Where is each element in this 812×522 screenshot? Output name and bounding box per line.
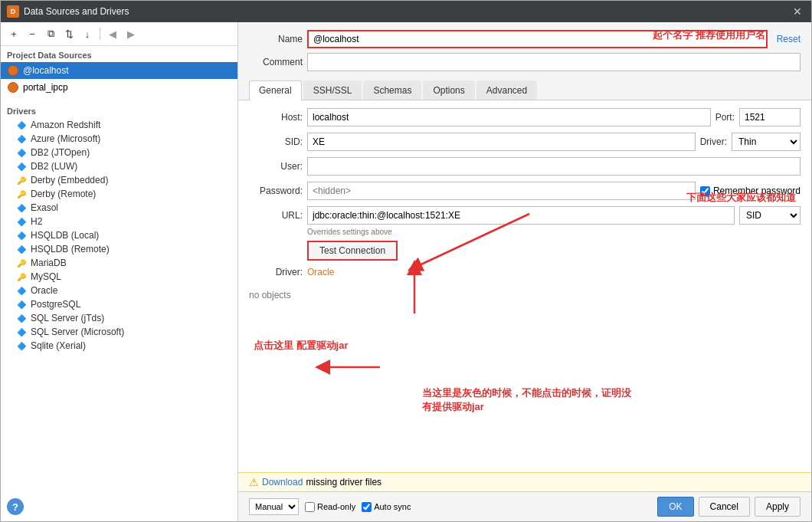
db-driver-icon: 🔷	[16, 161, 27, 172]
driver-derby-remote[interactable]: 🔑 Derby (Remote)	[1, 187, 237, 201]
remove-button[interactable]: −	[24, 25, 41, 42]
apply-button[interactable]: Apply	[755, 497, 801, 517]
datasource-item-localhost[interactable]: @localhost	[1, 62, 237, 79]
sid-label: SID:	[249, 136, 303, 147]
cancel-button[interactable]: Cancel	[699, 497, 750, 517]
url-type-select[interactable]: SID Service Name TNS	[739, 206, 801, 225]
add-button[interactable]: +	[5, 25, 22, 42]
port-group: Port:	[715, 108, 801, 126]
port-label: Port:	[715, 112, 735, 123]
tab-general[interactable]: General	[249, 80, 302, 100]
help-button[interactable]: ?	[7, 498, 24, 515]
oracle-icon	[7, 64, 19, 77]
password-input[interactable]	[307, 182, 696, 200]
driver-row: Driver: Oracle	[249, 267, 801, 277]
overrides-label: Overrides settings above	[307, 228, 801, 236]
back-button[interactable]: ◀	[104, 25, 121, 42]
port-input[interactable]	[739, 108, 801, 126]
oracle-driver-link[interactable]: Oracle	[307, 267, 334, 277]
driver-mysql[interactable]: 🔑 MySQL	[1, 270, 237, 284]
driver-oracle[interactable]: 🔷 Oracle	[1, 284, 237, 297]
tab-options[interactable]: Options	[423, 80, 474, 100]
drivers-header: Drivers	[1, 102, 237, 118]
reset-link[interactable]: Reset	[777, 34, 801, 44]
datasource-item-portal[interactable]: portal_ipcp	[1, 79, 237, 96]
comment-row: Comment	[249, 53, 801, 71]
readonly-checkbox[interactable]	[305, 502, 315, 512]
driver-azure[interactable]: 🔷 Azure (Microsoft)	[1, 132, 237, 146]
title-bar: D Data Sources and Drivers ✕	[1, 1, 811, 22]
user-label: User:	[249, 161, 303, 172]
host-row: Host: Port:	[249, 108, 801, 126]
autosync-label: Auto sync	[374, 502, 411, 511]
driver-mariadb[interactable]: 🔑 MariaDB	[1, 256, 237, 270]
download-bar: ⚠ Download missing driver files	[238, 472, 811, 491]
user-input[interactable]	[307, 157, 801, 176]
sid-row: SID: Driver: Thin OCI	[249, 133, 801, 151]
db-driver-icon: 🔷	[16, 285, 27, 296]
db-driver-icon: 🔷	[16, 327, 27, 337]
project-datasources-header: Project Data Sources	[1, 46, 237, 62]
import-button[interactable]: ↓	[79, 25, 96, 42]
driver-sqlite[interactable]: 🔷 Sqlite (Xerial)	[1, 339, 237, 353]
comment-input[interactable]	[307, 53, 801, 71]
forward-button[interactable]: ▶	[123, 25, 139, 42]
url-input[interactable]	[307, 206, 735, 225]
sid-input[interactable]	[307, 133, 696, 151]
driver-select[interactable]: Thin OCI	[732, 133, 801, 151]
name-label: Name	[249, 34, 303, 44]
toolbar-separator	[100, 28, 100, 40]
autosync-checkbox[interactable]	[362, 502, 372, 512]
password-row: Password: Remember password	[249, 182, 801, 200]
datasource-name: @localhost	[23, 65, 69, 76]
tab-advanced[interactable]: Advanced	[476, 80, 537, 100]
tx-select[interactable]: Manual Auto	[249, 498, 299, 515]
right-panel: Name Reset Comment General SSH/SSL Schem…	[238, 22, 811, 521]
ok-button[interactable]: OK	[657, 497, 693, 517]
driver-amazon-redshift[interactable]: 🔷 Amazon Redshift	[1, 118, 237, 132]
driver-sqlserver-jtds[interactable]: 🔷 SQL Server (jTds)	[1, 311, 237, 325]
left-toolbar: + − ⧉ ⇅ ↓ ◀ ▶	[1, 22, 237, 46]
driver-postgresql[interactable]: 🔷 PostgreSQL	[1, 297, 237, 311]
test-connection-button[interactable]: Test Connection	[307, 241, 398, 261]
driver-db2-luw[interactable]: 🔷 DB2 (LUW)	[1, 159, 237, 173]
name-row: Name Reset	[249, 30, 801, 48]
no-objects-text: no objects	[249, 290, 801, 300]
password-label: Password:	[249, 185, 303, 196]
close-button[interactable]: ✕	[790, 5, 805, 18]
db-driver-icon: 🔷	[16, 340, 27, 351]
driver-h2[interactable]: 🔷 H2	[1, 215, 237, 228]
driver-exasol[interactable]: 🔷 Exasol	[1, 201, 237, 215]
tabs-bar: General SSH/SSL Schemas Options Advanced	[238, 80, 811, 100]
db-driver-icon: 🔷	[16, 147, 27, 158]
driver-label: Driver:	[700, 136, 727, 147]
app-icon: D	[7, 5, 19, 18]
tab-content-general: Host: Port: SID: Driver: Thin	[238, 100, 811, 472]
db-driver-icon: 🔑	[16, 271, 27, 282]
url-label: URL:	[249, 210, 303, 221]
download-link[interactable]: Download	[262, 477, 303, 488]
footer-right: OK Cancel Apply	[657, 497, 801, 517]
main-content: + − ⧉ ⇅ ↓ ◀ ▶ Project Data Sources @loca…	[1, 22, 811, 521]
oracle-icon-2	[7, 81, 19, 94]
driver-db2-jtopen[interactable]: 🔷 DB2 (JTOpen)	[1, 146, 237, 159]
help-area: ?	[1, 492, 237, 521]
tab-sshssl[interactable]: SSH/SSL	[303, 80, 362, 100]
copy-button[interactable]: ⧉	[42, 25, 59, 42]
driver-sqlserver-ms[interactable]: 🔷 SQL Server (Microsoft)	[1, 325, 237, 339]
footer: Manual Auto Read-only Auto sync OK	[238, 491, 811, 521]
host-input[interactable]	[307, 108, 711, 126]
driver-hsqldb-remote[interactable]: 🔷 HSQLDB (Remote)	[1, 242, 237, 256]
download-text: missing driver files	[306, 477, 381, 488]
move-button[interactable]: ⇅	[61, 25, 77, 42]
name-input[interactable]	[307, 30, 768, 48]
remember-password-checkbox[interactable]	[700, 186, 710, 196]
driver-derby-embedded[interactable]: 🔑 Derby (Embedded)	[1, 173, 237, 187]
tab-schemas[interactable]: Schemas	[363, 80, 421, 100]
db-driver-icon: 🔷	[16, 299, 27, 310]
db-driver-icon: 🔷	[16, 313, 27, 323]
left-panel: + − ⧉ ⇅ ↓ ◀ ▶ Project Data Sources @loca…	[1, 22, 238, 521]
db-driver-icon: 🔷	[16, 120, 27, 130]
driver-hsqldb-local[interactable]: 🔷 HSQLDB (Local)	[1, 228, 237, 242]
autosync-checkbox-group: Auto sync	[362, 502, 411, 512]
